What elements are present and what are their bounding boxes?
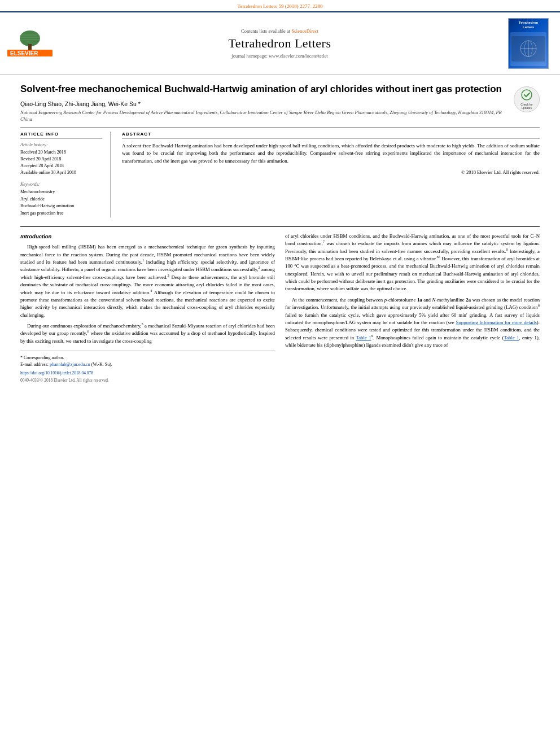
header-section: ELSEVIER Contents lists available at Sci… xyxy=(0,11,560,75)
author-star: * xyxy=(137,101,141,107)
intro-heading: Introduction xyxy=(20,233,275,241)
footnote-area: * Corresponding author. E-mail address: … xyxy=(20,351,275,384)
table1-link-1[interactable]: Table 1 xyxy=(356,335,371,340)
article-title-section: Solvent-free mechanochemical Buchwald-Ha… xyxy=(20,83,540,123)
header-center: Contents lists available at ScienceDirec… xyxy=(59,18,500,69)
right-para-1: of aryl chlorides under HSBM conditions,… xyxy=(285,233,540,293)
keyword-1: Mechanochemistry xyxy=(20,189,102,196)
info-abstract-row: ARTICLE INFO Article history: Received 2… xyxy=(20,128,540,217)
received-date: Received 20 March 2018 xyxy=(20,149,102,156)
history-label: Article history: xyxy=(20,142,102,147)
svg-rect-3 xyxy=(28,44,32,50)
check-updates-label: Check forupdates xyxy=(520,89,532,110)
cover-image-area xyxy=(510,32,546,66)
doi-link[interactable]: https://doi.org/10.1016/j.tetlet.2018.04… xyxy=(20,370,93,375)
intro-para-1: High-speed ball milling (HSBM) has been … xyxy=(20,243,275,319)
article-info-label: ARTICLE INFO xyxy=(20,132,102,139)
supporting-info-link[interactable]: Supporting Information for more details xyxy=(456,320,537,325)
svg-point-12 xyxy=(522,90,532,100)
abstract-label: ABSTRACT xyxy=(122,132,540,139)
sciencedirect-link[interactable]: ScienceDirect xyxy=(291,28,318,34)
abstract-text: A solvent-free Buchwald-Hartwig aminatio… xyxy=(122,142,540,165)
available-online-date: Available online 30 April 2018 xyxy=(20,169,102,176)
revised-date: Revised 20 April 2018 xyxy=(20,156,102,163)
article-affiliation: National Engineering Research Center for… xyxy=(20,110,507,123)
svg-text:ELSEVIER: ELSEVIER xyxy=(10,50,38,56)
article-info: ARTICLE INFO Article history: Received 2… xyxy=(20,132,111,217)
abstract-copyright: © 2018 Elsevier Ltd. All rights reserved… xyxy=(122,169,540,175)
content-available-text: Contents lists available at ScienceDirec… xyxy=(241,28,318,34)
journal-homepage: journal homepage: www.elsevier.com/locat… xyxy=(231,53,327,59)
journal-cover: TetrahedronLetters xyxy=(508,18,549,69)
article-body: Solvent-free mechanochemical Buchwald-Ha… xyxy=(0,75,560,392)
keyword-3: Buchwald-Hartwig amination xyxy=(20,203,102,210)
keyword-4: Inert gas protection free xyxy=(20,210,102,217)
journal-top-bar: Tetrahedron Letters 59 (2018) 2277–2280 xyxy=(0,0,560,11)
article-authors: Qiao-Ling Shao, Zhi-Jiang Jiang, Wei-Ke … xyxy=(20,101,507,107)
intro-para-2: During our continuous exploration of mec… xyxy=(20,322,275,345)
issn-line: 0040-4039/© 2018 Elsevier Ltd. All right… xyxy=(20,377,275,383)
elsevier-logo-area: ELSEVIER xyxy=(6,18,54,69)
footnote-star: * Corresponding author. xyxy=(20,355,275,361)
keyword-2: Aryl chloride xyxy=(20,196,102,203)
col-right: of aryl chlorides under HSBM conditions,… xyxy=(285,233,540,384)
doi-line: https://doi.org/10.1016/j.tetlet.2018.04… xyxy=(20,370,275,376)
journal-volume-label: Tetrahedron Letters 59 (2018) 2277–2280 xyxy=(238,3,323,9)
history-block: Article history: Received 20 March 2018 … xyxy=(20,142,102,176)
elsevier-logo: ELSEVIER xyxy=(7,28,53,59)
article-title: Solvent-free mechanochemical Buchwald-Ha… xyxy=(20,83,507,96)
cover-title: TetrahedronLetters xyxy=(519,21,539,30)
article-title-text: Solvent-free mechanochemical Buchwald-Ha… xyxy=(20,83,507,123)
abstract-section: ABSTRACT A solvent-free Buchwald-Hartwig… xyxy=(122,132,540,217)
keywords-block: Keywords: Mechanochemistry Aryl chloride… xyxy=(20,182,102,217)
col-left: Introduction High-speed ball milling (HS… xyxy=(20,233,275,384)
journal-name: Tetrahedron Letters xyxy=(228,36,331,51)
header-right: TetrahedronLetters xyxy=(506,18,551,69)
table1-link-2[interactable]: Table 1 xyxy=(504,335,519,340)
page: Tetrahedron Letters 59 (2018) 2277–2280 … xyxy=(0,0,560,747)
article-columns: Introduction High-speed ball milling (HS… xyxy=(20,226,540,384)
footnote-email-link[interactable]: phannlab@zjur.edu.cn xyxy=(50,362,90,367)
accepted-date: Accepted 28 April 2018 xyxy=(20,163,102,169)
right-para-2: At the commencement, the coupling betwee… xyxy=(285,296,540,350)
footnote-email: E-mail address: phannlab@zjur.edu.cn (W.… xyxy=(20,361,275,368)
check-updates-badge: Check forupdates xyxy=(514,86,540,112)
svg-point-2 xyxy=(20,30,40,46)
keywords-label: Keywords: xyxy=(20,182,102,187)
